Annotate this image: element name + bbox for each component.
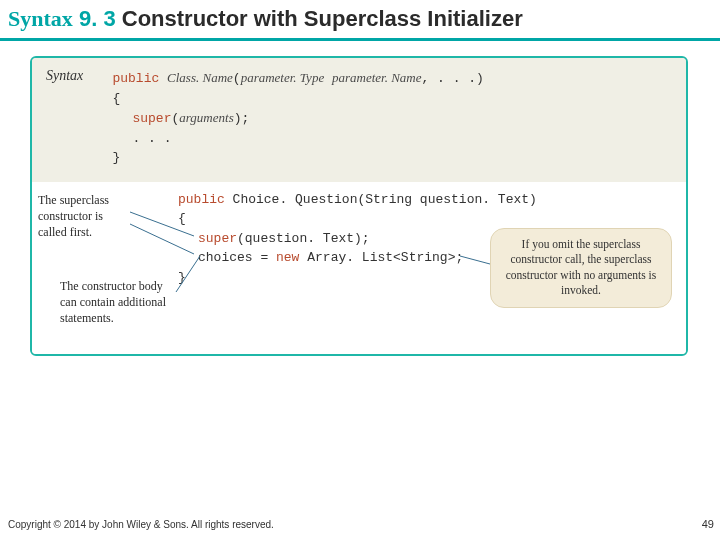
syntax-template-code: public Class. Name(parameter. Type param…	[112, 68, 483, 168]
kw-public: public	[112, 71, 159, 86]
syntax-line-2: {	[112, 89, 483, 109]
ex-assign-lhs: choices =	[198, 250, 276, 265]
lparen: (	[233, 71, 241, 86]
footer-page-number: 49	[702, 518, 714, 530]
kw-public-ex: public	[178, 192, 225, 207]
space	[324, 71, 332, 86]
example-line-1: public Choice. Question(String question.…	[178, 190, 537, 210]
kw-super: super	[132, 111, 171, 126]
example-code: public Choice. Question(String question.…	[178, 190, 537, 288]
syntax-line-3: super(arguments);	[112, 108, 483, 129]
rest-dots: , . . .)	[422, 71, 484, 86]
placeholder-param-name: parameter. Name	[332, 70, 422, 85]
footer-copyright: Copyright © 2014 by John Wiley & Sons. A…	[8, 519, 274, 530]
kw-new: new	[276, 250, 299, 265]
title-underline	[0, 38, 720, 41]
example-line-4: choices = new Array. List<String>;	[178, 248, 537, 268]
example-line-2: {	[178, 209, 537, 229]
example-line-3: super(question. Text);	[178, 229, 537, 249]
syntax-line-1: public Class. Name(parameter. Type param…	[112, 68, 483, 89]
syntax-line-5: }	[112, 148, 483, 168]
placeholder-arguments: arguments	[179, 110, 233, 125]
note-body-contain: The constructor body can contain additio…	[60, 278, 180, 327]
rparen-semi: );	[234, 111, 250, 126]
title-word-syntax: Syntax	[8, 6, 73, 31]
ex-ctor-sig: Choice. Question(String question. Text)	[225, 192, 537, 207]
example-line-5: }	[178, 268, 537, 288]
callout-omit-super: If you omit the superclass constructor c…	[490, 228, 672, 308]
syntax-example-panel: The superclass constructor is called fir…	[32, 184, 686, 354]
title-number: 9. 3	[79, 6, 116, 31]
syntax-label: Syntax	[46, 68, 108, 84]
note-superclass-first: The superclass constructor is called fir…	[38, 192, 130, 241]
syntax-box: Syntax public Class. Name(parameter. Typ…	[30, 56, 688, 356]
syntax-template-panel: Syntax public Class. Name(parameter. Typ…	[32, 58, 686, 184]
placeholder-classname: Class. Name	[167, 70, 233, 85]
kw-super-ex: super	[198, 231, 237, 246]
ex-super-args: (question. Text);	[237, 231, 370, 246]
title-rest: Constructor with Superclass Initializer	[122, 6, 523, 31]
syntax-line-4: . . .	[112, 129, 483, 149]
ex-assign-rhs: Array. List<String>;	[299, 250, 463, 265]
page-title: Syntax 9. 3 Constructor with Superclass …	[8, 6, 523, 32]
placeholder-param-type: parameter. Type	[241, 70, 325, 85]
